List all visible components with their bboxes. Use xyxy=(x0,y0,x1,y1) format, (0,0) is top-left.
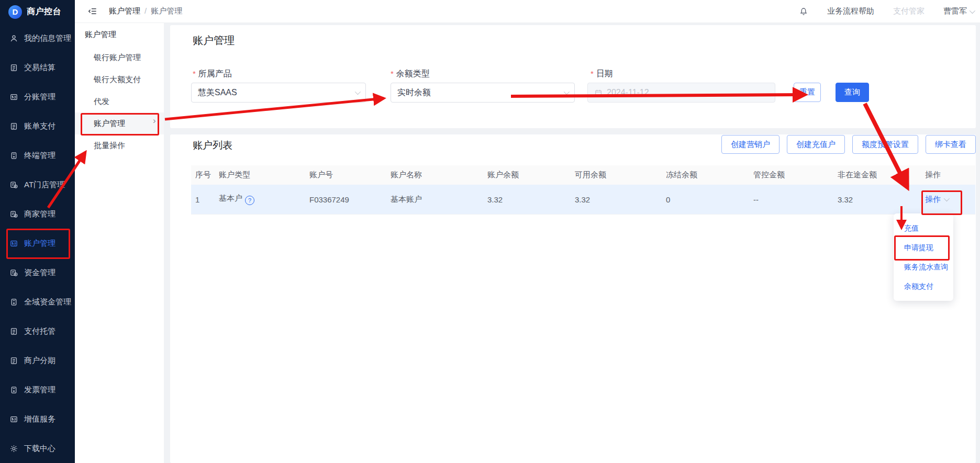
accounts-table: 序号 账户类型 账户号 账户名称 账户余额 可用余额 冻结余额 管控金额 非在途… xyxy=(191,165,975,214)
topbar-right: 业务流程帮助 支付管家 曹雷军 xyxy=(799,6,980,16)
assistant-link[interactable]: 支付管家 xyxy=(893,6,925,16)
app-window: D 商户控台 我的信息管理 交易结算 分账管理 xyxy=(0,0,980,463)
cell-account-type: 基本户? xyxy=(215,194,305,205)
filter-card: 账户管理 *所属产品 *余额类型 *日期 慧美SAAS 实时余额 2024-11… xyxy=(170,25,976,128)
sidebar-item-label: 资金管理 xyxy=(24,268,55,278)
submenu-item[interactable]: 银行账户管理 xyxy=(75,47,164,69)
table-row[interactable]: 1 基本户? F03367249 基本账户 3.32 3.32 0 -- 3.3… xyxy=(191,185,975,214)
row-action-dropdown: 充值 申请提现 账务流水查询 余额支付 xyxy=(894,213,953,301)
sidebar-item[interactable]: 账户管理 xyxy=(0,229,75,258)
submenu-expand-icon[interactable]: › xyxy=(153,116,156,126)
sidebar-item[interactable]: 增值服务 xyxy=(0,404,75,434)
cell-account-no: F03367249 xyxy=(305,195,386,204)
terminal-icon xyxy=(9,151,18,160)
required-mark: * xyxy=(391,69,394,78)
notification-bell-icon[interactable] xyxy=(799,7,808,16)
sidebar-item[interactable]: 发票管理 xyxy=(0,375,75,404)
submenu-list: 银行账户管理 银行大额支付 代发 账户管理 批量操作 xyxy=(75,47,164,156)
chevron-down-icon xyxy=(970,7,975,13)
table-header-row: 序号 账户类型 账户号 账户名称 账户余额 可用余额 冻结余额 管控金额 非在途… xyxy=(191,165,975,185)
breadcrumb-separator: / xyxy=(144,6,147,15)
balance-type-select[interactable]: 实时余额 xyxy=(391,83,575,103)
store-icon xyxy=(9,268,18,277)
sidebar-item[interactable]: 分账管理 xyxy=(0,82,75,111)
dropdown-menu-item[interactable]: 余额支付 xyxy=(894,277,953,296)
submenu-item-label: 代发 xyxy=(94,97,109,107)
bill-icon xyxy=(9,93,18,101)
list-action-button[interactable]: 创建营销户 xyxy=(721,135,779,154)
submenu-item[interactable]: 账户管理 xyxy=(75,112,164,134)
collapse-menu-icon[interactable] xyxy=(87,6,97,16)
sidebar-item-label: 交易结算 xyxy=(24,63,55,73)
list-action-button[interactable]: 创建充值户 xyxy=(787,135,845,154)
dropdown-menu-item[interactable]: 账务流水查询 xyxy=(894,257,953,277)
submenu-item[interactable]: 批量操作 xyxy=(75,134,164,156)
sidebar-item[interactable]: 资金管理 xyxy=(0,258,75,287)
sidebar-item[interactable]: 下载中心 xyxy=(0,434,75,463)
table-header-cell: 管控金额 xyxy=(749,170,833,180)
row-action-link[interactable]: 操作 xyxy=(925,195,948,205)
terminal-icon xyxy=(9,386,18,394)
cell-control: -- xyxy=(749,195,833,204)
topbar: 账户管理/账户管理 业务流程帮助 支付管家 曹雷军 xyxy=(75,0,980,23)
sidebar-item[interactable]: 全域资金管理 xyxy=(0,287,75,317)
table-header-cell: 非在途金额 xyxy=(833,170,921,180)
list-action-button[interactable]: 绑卡查看 xyxy=(926,135,976,154)
reset-button[interactable]: 重置 xyxy=(794,83,821,102)
gear-icon xyxy=(9,444,18,453)
chevron-down-icon xyxy=(355,89,361,95)
sidebar-item-label: 全域资金管理 xyxy=(24,297,71,307)
user-icon xyxy=(9,34,18,43)
dropdown-menu-item[interactable]: 申请提现 xyxy=(894,238,953,257)
product-select-value: 慧美SAAS xyxy=(198,87,237,98)
sidebar-item-label: 下载中心 xyxy=(24,444,55,454)
table-header-cell: 可用余额 xyxy=(571,170,662,180)
chevron-down-icon xyxy=(944,196,950,201)
sidebar-item-label: 支付托管 xyxy=(24,326,55,336)
help-icon[interactable]: ? xyxy=(245,196,254,205)
submenu-item-label: 银行大额支付 xyxy=(94,75,141,85)
primary-sidebar: D 商户控台 我的信息管理 交易结算 分账管理 xyxy=(0,0,75,463)
table-header-cell: 账户名称 xyxy=(386,170,483,180)
sidebar-item[interactable]: 商家管理 xyxy=(0,199,75,229)
user-menu[interactable]: 曹雷军 xyxy=(943,6,974,16)
bill-icon xyxy=(9,239,18,248)
submenu-group-title: 账户管理 xyxy=(75,22,164,47)
date-picker[interactable]: 2024-11-12 xyxy=(587,83,775,103)
calendar-icon xyxy=(594,88,603,97)
terminal-icon xyxy=(9,298,18,307)
sidebar-item[interactable]: 账单支付 xyxy=(0,111,75,141)
sidebar-item-label: 增值服务 xyxy=(24,414,55,424)
submenu-item[interactable]: 银行大额支付 xyxy=(75,69,164,91)
sidebar-item[interactable]: 支付托管 xyxy=(0,317,75,346)
table-header-cell: 账户余额 xyxy=(483,170,571,180)
sidebar-item[interactable]: AT门店管理 xyxy=(0,170,75,199)
submenu-item[interactable]: 代发 xyxy=(75,91,164,112)
table-header-cell: 账户号 xyxy=(305,170,386,180)
submenu-item-label: 账户管理 xyxy=(94,119,125,129)
dropdown-menu-item[interactable]: 充值 xyxy=(894,219,953,238)
product-select[interactable]: 慧美SAAS xyxy=(191,83,366,103)
sidebar-item-label: 终端管理 xyxy=(24,151,55,161)
sidebar-item-label: 账单支付 xyxy=(24,121,55,131)
list-action-buttons: 创建营销户 创建充值户 额度预警设置 绑卡查看 xyxy=(721,135,976,154)
balance-type-label: *余额类型 xyxy=(391,69,430,80)
sidebar-item[interactable]: 商户分期 xyxy=(0,346,75,375)
submenu-item-label: 批量操作 xyxy=(94,141,125,151)
sidebar-item[interactable]: 我的信息管理 xyxy=(0,24,75,53)
sidebar-item[interactable]: 交易结算 xyxy=(0,53,75,82)
sidebar-item-label: 我的信息管理 xyxy=(24,33,71,43)
sidebar-item-label: 分账管理 xyxy=(24,92,55,102)
bill-icon xyxy=(9,415,18,424)
help-link[interactable]: 业务流程帮助 xyxy=(827,6,874,16)
date-label: *日期 xyxy=(591,69,613,80)
query-button[interactable]: 查询 xyxy=(836,83,869,102)
list-action-button[interactable]: 额度预警设置 xyxy=(852,135,918,154)
submenu-item-label: 银行账户管理 xyxy=(94,53,141,63)
date-picker-value: 2024-11-12 xyxy=(607,88,649,97)
breadcrumb-item[interactable]: 账户管理 xyxy=(109,6,140,15)
doc-icon xyxy=(9,356,18,365)
sidebar-item[interactable]: 终端管理 xyxy=(0,141,75,170)
cell-frozen: 0 xyxy=(662,195,749,204)
store-icon xyxy=(9,180,18,189)
